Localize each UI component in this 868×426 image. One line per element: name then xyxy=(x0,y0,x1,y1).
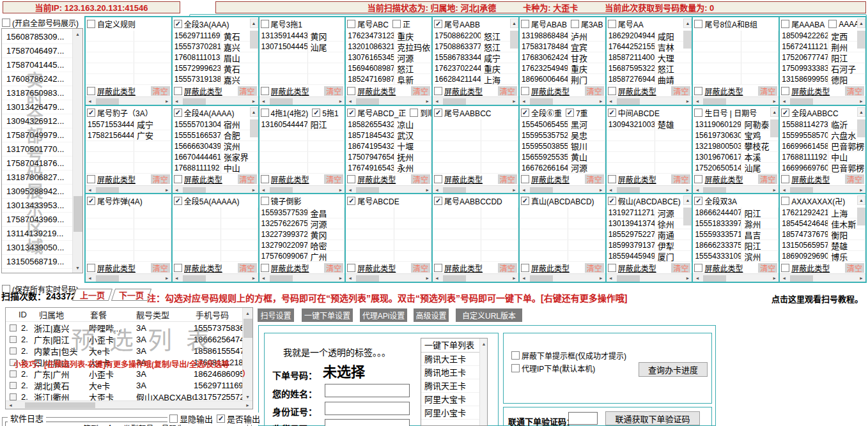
rule-checkbox[interactable]: ✓ xyxy=(87,109,95,117)
rule-checkbox[interactable]: ✓ xyxy=(608,197,616,205)
scrollbar-thumb[interactable] xyxy=(356,187,379,194)
scroll-right-icon[interactable]: ► xyxy=(165,276,169,280)
scrollbar-thumb[interactable] xyxy=(356,275,379,282)
scrollbar-thumb[interactable] xyxy=(857,119,865,137)
name-field[interactable] xyxy=(325,384,410,397)
clear-button[interactable]: 清空 xyxy=(498,174,517,184)
rule-checkbox[interactable]: ✓ xyxy=(608,109,616,117)
number-row[interactable]: 15572999623黄石 xyxy=(173,63,258,74)
clear-button[interactable]: 清空 xyxy=(585,174,604,184)
number-row[interactable]: 17688111192中山 xyxy=(173,163,258,174)
scroll-up-icon[interactable]: ▲ xyxy=(250,19,258,28)
scrollbar-thumb[interactable] xyxy=(270,98,293,105)
phone-number-item[interactable]: 15608785309... xyxy=(2,30,72,44)
number-row[interactable]: 15655925535黄山 xyxy=(520,152,605,163)
number-row[interactable]: 15595535752吴忠 xyxy=(520,130,605,141)
log-toggle-output[interactable]: 显隐输出 xyxy=(167,413,215,425)
scroll-right-icon[interactable]: ► xyxy=(338,276,343,280)
number-row[interactable]: 16670444461张家界 xyxy=(173,152,258,163)
rule-checkbox[interactable]: ✓ xyxy=(174,109,182,117)
scroll-up-icon[interactable]: ▲ xyxy=(857,107,865,117)
horizontal-scrollbar[interactable]: ◄► xyxy=(260,273,345,282)
number-row[interactable]: 17623702244重庆 xyxy=(433,63,518,74)
horizontal-scrollbar[interactable]: ◄► xyxy=(433,185,518,194)
horizontal-scrollbar[interactable]: ◄► xyxy=(433,96,518,105)
number-row[interactable]: 15555166537合肥 xyxy=(173,130,258,141)
block-type-checkbox[interactable] xyxy=(174,87,182,95)
scrollbar-thumb[interactable] xyxy=(790,275,813,282)
block-type-checkbox[interactable] xyxy=(261,264,269,272)
scrollbar-thumb[interactable] xyxy=(510,31,518,49)
scroll-left-icon[interactable]: ◄ xyxy=(435,276,439,280)
tutorial-link[interactable]: 点击这里观看扫号教程。 xyxy=(771,293,863,305)
number-row[interactable]: 18587276944曲靖 xyxy=(607,74,692,85)
number-row[interactable]: 18629204944咸阳 xyxy=(607,31,692,42)
clear-button[interactable]: 清空 xyxy=(411,174,430,184)
log-toggle-checkbox[interactable] xyxy=(169,415,178,423)
rule-checkbox[interactable]: ✓ xyxy=(694,197,702,205)
block-type-checkbox[interactable] xyxy=(521,264,529,272)
phone-number-item[interactable]: 17587049979... xyxy=(2,128,72,142)
number-row[interactable]: 15629711169黄石 xyxy=(173,31,258,42)
scroll-right-icon[interactable]: ► xyxy=(859,276,864,280)
rule-checkbox[interactable] xyxy=(781,20,789,28)
scrollbar-thumb[interactable] xyxy=(617,275,640,282)
number-row[interactable]: 13135914443黄冈 xyxy=(260,31,345,42)
scroll-left-icon[interactable]: ◄ xyxy=(522,276,526,280)
clear-button[interactable]: 清空 xyxy=(758,86,777,96)
scroll-right-icon[interactable]: ► xyxy=(252,276,256,280)
phone-number-item[interactable]: 13013439050... xyxy=(2,241,72,255)
horizontal-scrollbar[interactable]: ◄► xyxy=(173,273,258,282)
clear-button[interactable]: 清空 xyxy=(151,174,170,184)
clear-button[interactable]: 清空 xyxy=(671,263,690,273)
scroll-left-icon[interactable]: ◄ xyxy=(695,276,699,280)
block-type-checkbox[interactable] xyxy=(261,87,269,95)
clear-button[interactable]: 清空 xyxy=(411,263,430,273)
number-row[interactable]: 13150565957楚雄 xyxy=(780,240,865,251)
horizontal-scrollbar[interactable]: ◄► xyxy=(780,273,865,282)
number-row[interactable]: 17582156444广安 xyxy=(86,130,171,141)
order-list-item[interactable]: 腾讯地王卡 xyxy=(421,366,487,379)
scrollbar-thumb[interactable] xyxy=(683,31,692,49)
scrollbar-thumb[interactable] xyxy=(530,187,553,194)
scroll-left-icon[interactable]: ◄ xyxy=(261,188,266,192)
horizontal-scrollbar[interactable]: ◄► xyxy=(86,185,171,194)
scroll-right-icon[interactable]: ► xyxy=(859,188,864,192)
clear-button[interactable]: 清空 xyxy=(671,174,690,184)
row-checkbox[interactable] xyxy=(10,382,17,389)
scroll-left-icon[interactable]: ◄ xyxy=(435,99,439,103)
scroll-right-icon[interactable]: ► xyxy=(686,188,690,192)
scrollbar-thumb[interactable] xyxy=(617,187,640,194)
block-type-checkbox[interactable] xyxy=(781,175,789,183)
number-row[interactable]: 17688111192中山 xyxy=(780,152,865,163)
scroll-up-icon[interactable]: ▲ xyxy=(683,195,692,205)
scroll-left-icon[interactable]: ◄ xyxy=(522,188,526,192)
scroll-left-icon[interactable]: ◄ xyxy=(782,276,786,280)
block-type-checkbox[interactable] xyxy=(174,175,182,183)
rule-checkbox[interactable] xyxy=(347,20,355,28)
rule-checkbox[interactable]: ✓ xyxy=(434,20,442,28)
clear-button[interactable]: 清空 xyxy=(498,86,517,96)
clear-button[interactable]: 清空 xyxy=(324,263,343,273)
scroll-up-icon[interactable]: ▲ xyxy=(73,29,82,39)
scrollbar-thumb[interactable] xyxy=(74,196,82,232)
horizontal-scrollbar[interactable]: ◄► xyxy=(693,273,779,282)
scroll-right-icon[interactable]: ► xyxy=(686,276,690,280)
number-row[interactable]: 15588114273临沂 xyxy=(780,119,865,130)
block-type-checkbox[interactable] xyxy=(347,87,355,95)
number-row[interactable]: 17520650514汕尾 xyxy=(693,163,779,174)
rule-checkbox[interactable] xyxy=(608,20,616,28)
realtime-number-listbox[interactable]: 15608785309...17587046497...17587041445.… xyxy=(1,28,83,273)
number-row[interactable]: 15571553444咸宁 xyxy=(86,119,171,130)
block-type-checkbox[interactable] xyxy=(434,264,442,272)
clear-button[interactable]: 清空 xyxy=(238,263,257,273)
number-row[interactable]: 18666233375阳江 xyxy=(693,240,779,251)
block-type-checkbox[interactable] xyxy=(694,264,702,272)
scrollbar-thumb[interactable] xyxy=(270,187,293,194)
rule-checkbox[interactable] xyxy=(261,197,269,205)
number-row[interactable]: 17583178484宜宾 xyxy=(520,42,605,52)
block-type-checkbox[interactable] xyxy=(781,264,789,272)
number-row[interactable]: 15545065455黑河 xyxy=(520,119,605,130)
number-row[interactable]: 17508863377怒江 xyxy=(433,42,518,52)
phone-number-item[interactable]: 13150568719... xyxy=(2,255,72,269)
